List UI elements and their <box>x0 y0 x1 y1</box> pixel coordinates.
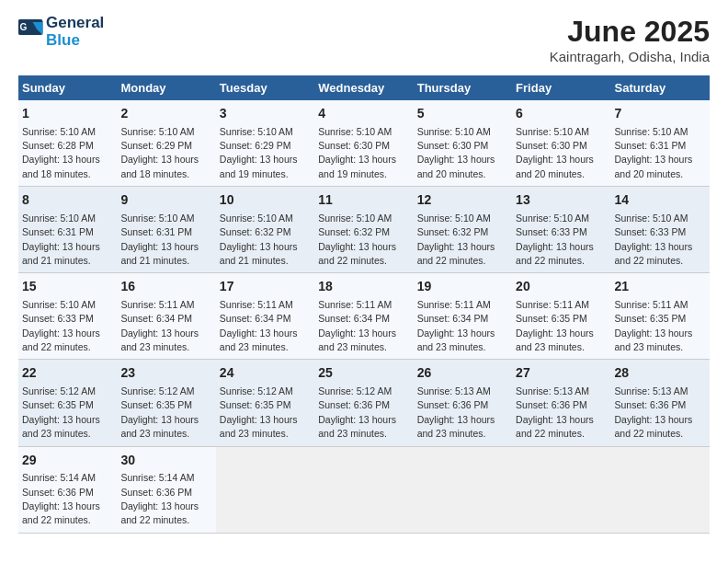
day-info: Sunrise: 5:13 AM Sunset: 6:36 PM Dayligh… <box>615 385 693 439</box>
calendar-cell <box>414 446 512 533</box>
day-number: 15 <box>22 278 113 296</box>
day-number: 3 <box>220 105 311 123</box>
page: G General Blue June 2025 Kaintragarh, Od… <box>0 0 728 548</box>
day-info: Sunrise: 5:10 AM Sunset: 6:28 PM Dayligh… <box>22 126 100 179</box>
day-info: Sunrise: 5:14 AM Sunset: 6:36 PM Dayligh… <box>120 472 199 525</box>
day-number: 9 <box>120 191 211 210</box>
day-number: 1 <box>22 105 113 123</box>
calendar-week-row: 29Sunrise: 5:14 AM Sunset: 6:36 PM Dayli… <box>18 446 710 533</box>
day-header-saturday: Saturday <box>611 75 710 100</box>
calendar-cell: 11Sunrise: 5:10 AM Sunset: 6:32 PM Dayli… <box>314 187 413 273</box>
calendar-cell: 4Sunrise: 5:10 AM Sunset: 6:30 PM Daylig… <box>314 100 413 187</box>
svg-text:G: G <box>20 22 28 32</box>
day-info: Sunrise: 5:10 AM Sunset: 6:31 PM Dayligh… <box>22 213 100 266</box>
calendar-cell: 23Sunrise: 5:12 AM Sunset: 6:35 PM Dayli… <box>117 360 215 446</box>
day-info: Sunrise: 5:10 AM Sunset: 6:30 PM Dayligh… <box>318 126 396 179</box>
calendar-cell: 21Sunrise: 5:11 AM Sunset: 6:35 PM Dayli… <box>611 273 710 360</box>
logo-text: General Blue <box>46 15 104 49</box>
calendar-cell: 5Sunrise: 5:10 AM Sunset: 6:30 PM Daylig… <box>414 100 512 187</box>
day-number: 22 <box>22 364 113 383</box>
day-info: Sunrise: 5:10 AM Sunset: 6:33 PM Dayligh… <box>615 213 693 266</box>
calendar-week-row: 15Sunrise: 5:10 AM Sunset: 6:33 PM Dayli… <box>18 273 710 360</box>
calendar-cell: 19Sunrise: 5:11 AM Sunset: 6:34 PM Dayli… <box>414 273 512 360</box>
calendar-cell: 3Sunrise: 5:10 AM Sunset: 6:29 PM Daylig… <box>216 100 314 187</box>
calendar-cell: 1Sunrise: 5:10 AM Sunset: 6:28 PM Daylig… <box>18 100 117 187</box>
calendar-cell: 27Sunrise: 5:13 AM Sunset: 6:36 PM Dayli… <box>512 360 610 446</box>
day-number: 26 <box>417 364 508 383</box>
calendar-cell: 9Sunrise: 5:10 AM Sunset: 6:31 PM Daylig… <box>117 187 215 273</box>
day-number: 27 <box>516 364 607 383</box>
day-number: 19 <box>417 278 508 296</box>
calendar-cell <box>216 446 314 533</box>
day-header-sunday: Sunday <box>18 75 117 100</box>
calendar-cell: 26Sunrise: 5:13 AM Sunset: 6:36 PM Dayli… <box>414 360 512 446</box>
title-block: June 2025 Kaintragarh, Odisha, India <box>550 15 710 64</box>
day-number: 14 <box>615 191 706 210</box>
day-header-tuesday: Tuesday <box>216 75 314 100</box>
calendar-cell: 28Sunrise: 5:13 AM Sunset: 6:36 PM Dayli… <box>611 360 710 446</box>
calendar-table: SundayMondayTuesdayWednesdayThursdayFrid… <box>18 75 710 534</box>
calendar-cell: 2Sunrise: 5:10 AM Sunset: 6:29 PM Daylig… <box>117 100 215 187</box>
day-info: Sunrise: 5:11 AM Sunset: 6:34 PM Dayligh… <box>120 299 199 352</box>
day-info: Sunrise: 5:10 AM Sunset: 6:31 PM Dayligh… <box>120 213 199 266</box>
day-number: 2 <box>120 105 211 123</box>
calendar-cell: 20Sunrise: 5:11 AM Sunset: 6:35 PM Dayli… <box>512 273 610 360</box>
day-number: 29 <box>22 452 113 470</box>
calendar-week-row: 1Sunrise: 5:10 AM Sunset: 6:28 PM Daylig… <box>18 100 710 187</box>
calendar-cell <box>611 446 710 533</box>
day-info: Sunrise: 5:11 AM Sunset: 6:34 PM Dayligh… <box>220 299 298 352</box>
calendar-cell <box>512 446 610 533</box>
day-info: Sunrise: 5:12 AM Sunset: 6:35 PM Dayligh… <box>220 385 298 439</box>
day-info: Sunrise: 5:10 AM Sunset: 6:31 PM Dayligh… <box>615 126 693 179</box>
month-title: June 2025 <box>550 15 710 49</box>
day-number: 21 <box>615 278 706 296</box>
day-info: Sunrise: 5:13 AM Sunset: 6:36 PM Dayligh… <box>417 385 495 439</box>
day-info: Sunrise: 5:12 AM Sunset: 6:35 PM Dayligh… <box>22 385 100 439</box>
day-info: Sunrise: 5:10 AM Sunset: 6:32 PM Dayligh… <box>220 213 298 266</box>
day-header-friday: Friday <box>512 75 610 100</box>
day-number: 11 <box>318 191 409 210</box>
day-info: Sunrise: 5:10 AM Sunset: 6:33 PM Dayligh… <box>516 213 594 266</box>
calendar-cell: 18Sunrise: 5:11 AM Sunset: 6:34 PM Dayli… <box>314 273 413 360</box>
day-header-wednesday: Wednesday <box>314 75 413 100</box>
day-info: Sunrise: 5:10 AM Sunset: 6:29 PM Dayligh… <box>120 126 199 179</box>
day-info: Sunrise: 5:14 AM Sunset: 6:36 PM Dayligh… <box>22 472 100 525</box>
calendar-cell: 16Sunrise: 5:11 AM Sunset: 6:34 PM Dayli… <box>117 273 215 360</box>
location: Kaintragarh, Odisha, India <box>550 49 710 64</box>
calendar-cell: 29Sunrise: 5:14 AM Sunset: 6:36 PM Dayli… <box>18 446 117 533</box>
day-number: 6 <box>516 105 607 123</box>
day-info: Sunrise: 5:10 AM Sunset: 6:30 PM Dayligh… <box>516 126 594 179</box>
calendar-cell: 10Sunrise: 5:10 AM Sunset: 6:32 PM Dayli… <box>216 187 314 273</box>
calendar-cell: 14Sunrise: 5:10 AM Sunset: 6:33 PM Dayli… <box>611 187 710 273</box>
day-info: Sunrise: 5:11 AM Sunset: 6:35 PM Dayligh… <box>516 299 594 352</box>
calendar-cell: 25Sunrise: 5:12 AM Sunset: 6:36 PM Dayli… <box>314 360 413 446</box>
calendar-cell: 15Sunrise: 5:10 AM Sunset: 6:33 PM Dayli… <box>18 273 117 360</box>
day-number: 13 <box>516 191 607 210</box>
day-info: Sunrise: 5:11 AM Sunset: 6:35 PM Dayligh… <box>615 299 693 352</box>
calendar-header-row: SundayMondayTuesdayWednesdayThursdayFrid… <box>18 75 710 100</box>
day-info: Sunrise: 5:10 AM Sunset: 6:30 PM Dayligh… <box>417 126 495 179</box>
day-number: 5 <box>417 105 508 123</box>
day-number: 12 <box>417 191 508 210</box>
logo: G General Blue <box>18 15 104 49</box>
day-number: 10 <box>220 191 311 210</box>
day-info: Sunrise: 5:13 AM Sunset: 6:36 PM Dayligh… <box>516 385 594 439</box>
day-number: 24 <box>220 364 311 383</box>
day-number: 23 <box>120 364 211 383</box>
day-header-thursday: Thursday <box>414 75 512 100</box>
day-info: Sunrise: 5:10 AM Sunset: 6:29 PM Dayligh… <box>220 126 298 179</box>
day-number: 4 <box>318 105 409 123</box>
day-number: 17 <box>220 278 311 296</box>
day-info: Sunrise: 5:11 AM Sunset: 6:34 PM Dayligh… <box>417 299 495 352</box>
day-number: 18 <box>318 278 409 296</box>
day-info: Sunrise: 5:10 AM Sunset: 6:32 PM Dayligh… <box>417 213 495 266</box>
calendar-week-row: 8Sunrise: 5:10 AM Sunset: 6:31 PM Daylig… <box>18 187 710 273</box>
day-number: 28 <box>615 364 706 383</box>
calendar-cell: 30Sunrise: 5:14 AM Sunset: 6:36 PM Dayli… <box>117 446 215 533</box>
day-header-monday: Monday <box>117 75 215 100</box>
calendar-week-row: 22Sunrise: 5:12 AM Sunset: 6:35 PM Dayli… <box>18 360 710 446</box>
day-number: 7 <box>615 105 706 123</box>
calendar-cell: 22Sunrise: 5:12 AM Sunset: 6:35 PM Dayli… <box>18 360 117 446</box>
calendar-cell <box>314 446 413 533</box>
day-number: 30 <box>120 452 211 470</box>
